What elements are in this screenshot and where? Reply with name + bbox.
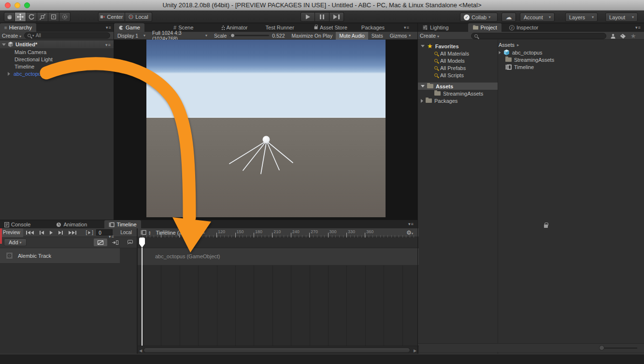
tab-project[interactable]: Project	[468, 23, 501, 32]
transform-tool-button[interactable]	[59, 12, 71, 22]
maximize-on-play-button[interactable]: Maximize On Play	[288, 32, 336, 40]
scroll-left-icon[interactable]: ◀	[139, 349, 142, 353]
project-search-input[interactable]	[471, 33, 606, 39]
splitter-hierarchy-game[interactable]	[114, 23, 114, 220]
scene-header-row[interactable]: Untitled* ▾≡	[0, 41, 114, 48]
hierarchy-search-input[interactable]: ▾ All	[24, 32, 110, 39]
prev-frame-button[interactable]	[37, 229, 47, 237]
timeline-hscroll-thumb[interactable]	[143, 348, 410, 353]
project-pane-menu-icon[interactable]: ▾≡	[635, 25, 641, 30]
search-by-type-icon[interactable]	[610, 33, 616, 40]
tab-console[interactable]: Console	[0, 220, 35, 229]
game-viewport[interactable]	[146, 40, 386, 217]
favorite-all-models[interactable]: All Models	[418, 57, 498, 64]
minimize-window-button[interactable]	[14, 2, 20, 8]
hand-tool-button[interactable]	[4, 12, 15, 22]
file-expander-icon[interactable]	[499, 51, 501, 54]
pane-menu-icon[interactable]: ▾≡	[106, 25, 112, 30]
marker-track-button[interactable]	[123, 238, 136, 246]
scale-slider-knob[interactable]	[230, 33, 235, 38]
favorite-all-scripts[interactable]: All Scripts	[418, 71, 498, 79]
scene-menu-icon[interactable]: ▾≡	[105, 42, 111, 47]
scale-slider[interactable]	[229, 35, 269, 36]
game-pane-menu-icon[interactable]: ▾≡	[404, 25, 410, 30]
gizmos-dropdown[interactable]: Gizmos ▾	[386, 32, 415, 40]
timeline-lock-icon[interactable]	[544, 224, 548, 228]
file-abc-octopus[interactable]: abc_octopus	[499, 49, 644, 56]
space-toggle-button[interactable]: Local	[125, 12, 152, 22]
folder-packages[interactable]: Packages	[418, 97, 498, 104]
edit-mode-insert-button[interactable]	[108, 238, 122, 246]
create-dropdown[interactable]: Create ▾	[2, 33, 21, 39]
rect-tool-button[interactable]	[48, 12, 59, 22]
tab-animator[interactable]: Animator	[217, 23, 252, 32]
packages-expander-icon[interactable]	[421, 99, 423, 103]
timeline-space-dropdown[interactable]: Local	[117, 229, 135, 237]
play-button[interactable]	[301, 12, 315, 22]
tab-lighting[interactable]: Lighting	[418, 23, 453, 32]
layers-dropdown[interactable]: Layers ▾	[565, 13, 598, 22]
expander-down-icon[interactable]	[2, 43, 6, 46]
tab-inspector[interactable]: i Inspector	[505, 23, 543, 32]
alembic-track-header[interactable]: Alembic Track ▾≡	[0, 248, 120, 264]
collab-dropdown[interactable]: ✓ Collab ▾	[460, 13, 498, 22]
favorites-expander-icon[interactable]	[421, 45, 425, 47]
timeline-pane-menu-icon[interactable]: ▾≡	[408, 222, 414, 226]
goto-end-button[interactable]	[66, 229, 79, 237]
assets-expander-icon[interactable]	[421, 85, 425, 87]
alembic-track-lane[interactable]: abc_octopus (GameObject)	[138, 248, 419, 266]
file-streaming-assets[interactable]: StreamingAssets	[499, 56, 644, 63]
tab-animation[interactable]: Animation	[52, 220, 91, 229]
add-track-dropdown[interactable]: Add ▾	[4, 238, 27, 246]
pause-button[interactable]	[315, 12, 329, 22]
search-by-label-icon[interactable]	[620, 33, 626, 40]
thumbnail-zoom-slider[interactable]	[602, 348, 637, 349]
save-search-star-icon[interactable]: ★	[630, 32, 636, 40]
rotate-tool-button[interactable]	[26, 12, 37, 22]
track-menu-icon[interactable]: ▾≡	[109, 234, 114, 239]
step-button[interactable]	[329, 12, 344, 22]
scroll-right-icon[interactable]: ▶	[414, 349, 416, 353]
preview-toggle-button[interactable]: Preview	[0, 228, 23, 237]
file-timeline[interactable]: Timeline	[499, 63, 644, 70]
timeline-selector-caret-icon[interactable]: ▴▾	[149, 230, 151, 235]
close-window-button[interactable]	[5, 2, 11, 8]
tab-hierarchy[interactable]: ≡ Hierarchy	[0, 23, 36, 32]
favorite-all-prefabs[interactable]: All Prefabs	[418, 64, 498, 71]
next-frame-button[interactable]	[56, 229, 66, 237]
maximize-window-button[interactable]	[24, 2, 30, 8]
mute-audio-button[interactable]: Mute Audio	[336, 32, 368, 40]
cloud-button[interactable]: ☁	[501, 13, 516, 22]
curves-view-button[interactable]	[94, 238, 107, 246]
thumbnail-zoom-knob[interactable]	[599, 345, 604, 350]
tab-packages[interactable]: Packages	[357, 23, 389, 32]
pivot-toggle-button[interactable]: Center	[98, 12, 125, 22]
layout-dropdown[interactable]: Layout ▾	[605, 13, 638, 22]
timeline-ruler[interactable]: 306090120150180210240270300330360	[138, 237, 419, 248]
account-dropdown[interactable]: Account ▾	[520, 13, 555, 22]
favorite-all-materials[interactable]: All Materials	[418, 50, 498, 57]
hierarchy-item-abc-octopus[interactable]: abc_octopus	[0, 70, 114, 77]
play-range-button[interactable]: []	[83, 229, 97, 237]
folder-assets[interactable]: Assets	[418, 83, 498, 90]
tab-timeline[interactable]: Timeline	[104, 220, 141, 229]
timeline-play-button[interactable]	[47, 229, 56, 237]
splitter-left-project[interactable]	[417, 23, 418, 354]
tab-test-runner[interactable]: Test Runner	[261, 23, 299, 32]
hierarchy-item-main-camera[interactable]: Main Camera	[0, 48, 114, 56]
goto-start-button[interactable]	[23, 229, 37, 237]
display-dropdown[interactable]: Display 1 ▾	[114, 32, 149, 40]
hierarchy-item-timeline[interactable]: Timeline	[0, 63, 114, 70]
project-create-dropdown[interactable]: Create ▾	[420, 33, 439, 39]
hierarchy-item-directional-light[interactable]: Directional Light	[0, 56, 114, 63]
tab-game[interactable]: Game	[114, 23, 144, 32]
move-tool-button[interactable]	[15, 12, 26, 22]
folder-streaming-assets[interactable]: StreamingAssets	[418, 90, 498, 97]
project-splitter[interactable]	[498, 40, 498, 360]
expander-right-icon[interactable]	[8, 72, 10, 76]
scale-tool-button[interactable]	[37, 12, 48, 22]
tab-asset-store[interactable]: Asset Store	[310, 23, 352, 32]
favorites-root[interactable]: ★ Favorites	[418, 42, 498, 50]
aspect-dropdown[interactable]: Full 1024 4:3 (1024x768) ▾	[149, 32, 211, 40]
stats-button[interactable]: Stats	[368, 32, 386, 40]
